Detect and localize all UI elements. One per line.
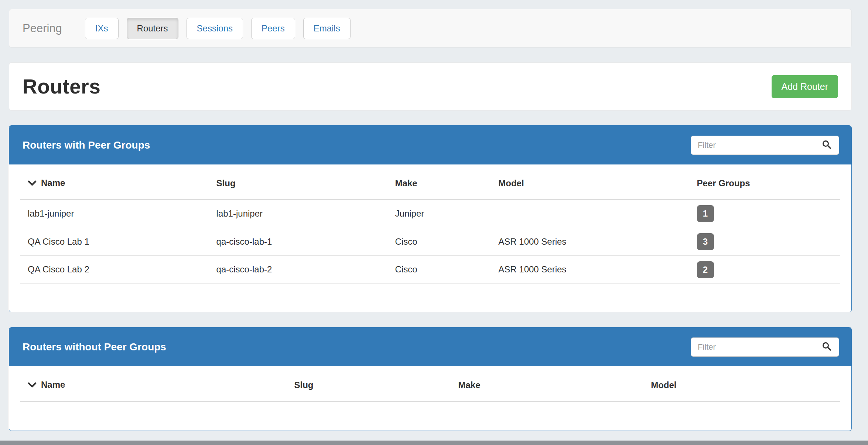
nav-peers-button[interactable]: Peers [251, 18, 295, 39]
table-header-row: Name Slug Make Model Peer Groups [20, 164, 840, 200]
app-brand: Peering [23, 21, 62, 35]
sort-chevron-down-icon [28, 380, 37, 391]
cell-model: ASR 1000 Series [491, 228, 689, 256]
column-header-slug[interactable]: Slug [287, 366, 451, 401]
peer-groups-badge: 3 [697, 233, 714, 250]
column-header-label: Name [41, 178, 65, 188]
search-icon [822, 342, 831, 352]
filter-input[interactable] [691, 136, 814, 155]
top-navbar: Peering IXs Routers Sessions Peers Email… [9, 9, 852, 48]
panel-heading: Routers with Peer Groups [9, 126, 851, 164]
column-header-peer-groups[interactable]: Peer Groups [690, 164, 841, 200]
panel-body: Name Slug Make Model Peer Groups lab1-ju… [9, 164, 851, 312]
search-button[interactable] [814, 136, 839, 155]
table-row: QA Cisco Lab 2 qa-cisco-lab-2 Cisco ASR … [20, 256, 840, 284]
column-header-model[interactable]: Model [643, 366, 840, 401]
filter-input[interactable] [691, 337, 814, 357]
nav-sessions-button[interactable]: Sessions [187, 18, 243, 39]
panel-title: Routers with Peer Groups [23, 139, 150, 152]
cell-slug: qa-cisco-lab-1 [209, 228, 388, 256]
routers-without-peer-groups-table: Name Slug Make Model [20, 366, 840, 402]
cell-name: QA Cisco Lab 2 [20, 256, 209, 284]
nav-ixs-button[interactable]: IXs [85, 18, 119, 39]
page-header-panel: Routers Add Router [9, 62, 852, 111]
cell-slug: qa-cisco-lab-2 [209, 256, 388, 284]
peer-groups-badge: 1 [697, 205, 714, 222]
routers-with-peer-groups-table: Name Slug Make Model Peer Groups lab1-ju… [20, 164, 840, 284]
cell-peer-groups: 1 [690, 200, 841, 228]
nav-routers-button[interactable]: Routers [127, 18, 178, 39]
routers-with-peer-groups-panel: Routers with Peer Groups [9, 125, 852, 312]
table-row: lab1-juniper lab1-juniper Juniper 1 [20, 200, 840, 228]
column-header-model[interactable]: Model [491, 164, 689, 200]
panel-body: Name Slug Make Model [9, 366, 851, 431]
panel-title: Routers without Peer Groups [23, 341, 166, 353]
column-header-make[interactable]: Make [451, 366, 644, 401]
cell-name: lab1-juniper [20, 200, 209, 228]
routers-without-peer-groups-panel: Routers without Peer Groups [9, 327, 852, 431]
column-header-slug[interactable]: Slug [209, 164, 388, 200]
cell-make: Cisco [388, 256, 491, 284]
page-title: Routers [23, 74, 100, 99]
column-header-name[interactable]: Name [20, 164, 209, 200]
sort-chevron-down-icon [28, 178, 37, 189]
cell-make: Cisco [388, 228, 491, 256]
cell-make: Juniper [388, 200, 491, 228]
window-bottom-edge [0, 441, 868, 445]
nav-emails-button[interactable]: Emails [303, 18, 351, 39]
search-button[interactable] [814, 337, 839, 357]
column-header-name[interactable]: Name [20, 366, 287, 401]
cell-peer-groups: 3 [690, 228, 841, 256]
cell-model [491, 200, 689, 228]
peer-groups-badge: 2 [697, 261, 714, 278]
page-container: Peering IXs Routers Sessions Peers Email… [9, 0, 852, 431]
add-router-button[interactable]: Add Router [772, 75, 838, 98]
cell-name: QA Cisco Lab 1 [20, 228, 209, 256]
column-header-make[interactable]: Make [388, 164, 491, 200]
cell-model: ASR 1000 Series [491, 256, 689, 284]
column-header-label: Name [41, 380, 65, 390]
filter-group [691, 337, 839, 357]
table-row: QA Cisco Lab 1 qa-cisco-lab-1 Cisco ASR … [20, 228, 840, 256]
filter-group [691, 136, 839, 155]
table-header-row: Name Slug Make Model [20, 366, 840, 401]
cell-peer-groups: 2 [690, 256, 841, 284]
search-icon [822, 140, 831, 150]
panel-heading: Routers without Peer Groups [9, 327, 851, 366]
cell-slug: lab1-juniper [209, 200, 388, 228]
